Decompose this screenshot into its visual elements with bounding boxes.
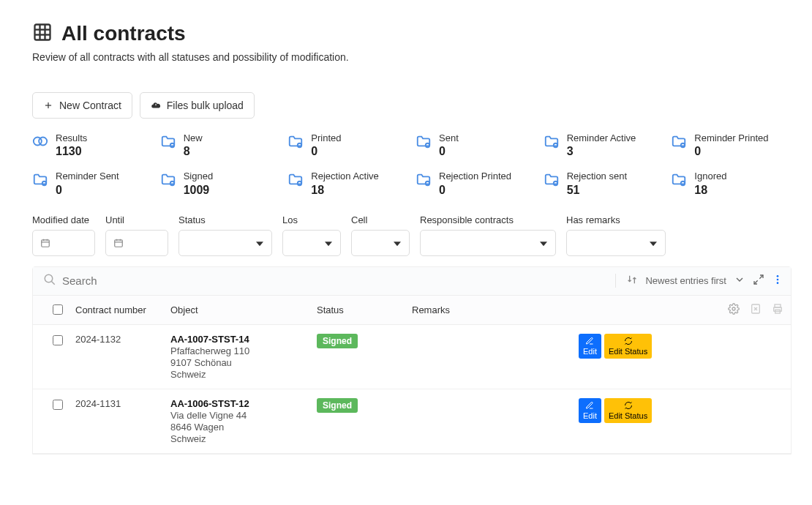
stat-value: 3 [567,145,636,158]
edit-status-label: Edit Status [609,347,647,356]
folder-icon [32,171,48,190]
bulk-upload-button[interactable]: Files bulk upload [140,92,255,119]
svg-rect-24 [115,240,123,247]
folder-icon [160,171,176,190]
search-icon [40,273,62,289]
until-input[interactable] [105,230,168,256]
stat-value: 0 [694,145,768,158]
responsible-select[interactable] [420,230,556,256]
svg-point-32 [777,275,779,277]
filter-los-label: Los [282,214,341,225]
stat-label: Reminder Active [567,133,636,143]
edit-button[interactable]: Edit [579,398,601,423]
edit-button[interactable]: Edit [579,334,601,359]
status-badge: Signed [317,398,358,413]
filter-modified-date-label: Modified date [32,214,95,225]
gear-icon[interactable] [728,303,740,317]
object-name: AA-1007-STST-14 [170,334,317,345]
column-object: Object [170,304,317,315]
svg-point-33 [777,279,779,281]
stat-value: 18 [694,184,726,197]
contract-number: 2024-1131 [75,398,170,444]
edit-status-button[interactable]: Edit Status [604,398,652,423]
stat-item[interactable]: Rejection Printed0 [416,171,536,196]
filter-status-label: Status [178,214,272,225]
folder-icon [416,133,432,152]
stat-item[interactable]: Rejection Active18 [287,171,408,196]
stat-item[interactable]: Reminder Active3 [544,133,664,158]
status-select[interactable] [178,230,272,256]
stat-value: 8 [184,145,203,158]
stat-value: 1130 [56,145,87,158]
stat-label: New [184,133,203,143]
stat-item[interactable]: Rejection sent51 [544,171,664,196]
expand-icon[interactable] [753,274,764,288]
remarks-cell [412,398,579,444]
svg-point-34 [777,282,779,284]
object-zip-city: 8646 Wagen [170,422,317,433]
object-name: AA-1006-STST-12 [170,398,317,409]
edit-status-label: Edit Status [609,411,647,420]
stat-value: 18 [311,184,379,197]
object-address: Via delle Vigne 44 [170,410,317,421]
stat-label: Signed [184,171,213,182]
filter-until-label: Until [105,214,168,225]
svg-line-29 [51,281,55,285]
los-select[interactable] [282,230,341,256]
column-remarks: Remarks [412,304,703,315]
cell-select[interactable] [351,230,410,256]
stat-label: Rejection Printed [439,171,511,182]
stat-item[interactable]: Results1130 [32,133,153,158]
row-checkbox[interactable] [53,400,63,410]
edit-label: Edit [583,347,597,356]
folder-icon [287,171,304,190]
print-icon[interactable] [772,303,783,317]
export-icon[interactable] [750,303,762,317]
table-row: 2024-1132AA-1007-STST-14Pfaffacherweg 11… [33,325,791,389]
filter-cell-label: Cell [351,214,410,225]
has-remarks-select[interactable] [566,230,666,256]
page-title: All contracts [61,22,186,45]
modified-date-input[interactable] [32,230,95,256]
sort-label[interactable]: Newest entries first [645,275,726,286]
stat-item[interactable]: Sent0 [416,133,536,158]
stat-label: Results [56,133,87,143]
sort-icon[interactable] [626,274,638,288]
table-row: 2024-1131AA-1006-STST-12Via delle Vigne … [33,389,791,454]
folder-icon [544,133,560,152]
new-contract-label: New Contract [59,100,121,111]
column-contract-number: Contract number [75,304,170,315]
folder-icon [671,171,687,190]
svg-line-30 [759,275,763,279]
select-all-checkbox[interactable] [53,304,63,315]
results-icon [32,133,48,152]
object-zip-city: 9107 Schönau [170,357,317,368]
stat-item[interactable]: Reminder Sent0 [32,171,153,196]
stat-item[interactable]: Reminder Printed0 [671,133,792,158]
stat-item[interactable]: Signed1009 [160,171,281,196]
stat-item[interactable]: Ignored18 [671,171,792,196]
svg-point-35 [732,307,735,310]
new-contract-button[interactable]: New Contract [32,92,132,119]
stat-item[interactable]: New8 [160,133,281,158]
page-subtitle: Review of all contracts with all statuse… [32,51,792,63]
more-icon[interactable] [772,274,783,288]
stat-label: Sent [439,133,459,143]
stat-item[interactable]: Printed0 [287,133,408,158]
stat-value: 0 [311,145,341,158]
stat-value: 0 [439,145,459,158]
object-address: Pfaffacherweg 110 [170,345,317,356]
status-badge: Signed [317,334,358,348]
filter-responsible-label: Responsible contracts [420,214,556,225]
svg-point-28 [45,274,53,283]
search-input[interactable] [62,274,615,287]
row-checkbox[interactable] [53,335,63,345]
svg-rect-0 [35,25,50,40]
folder-icon [671,133,687,152]
filter-has-remarks-label: Has remarks [566,214,666,225]
chevron-down-icon[interactable] [734,274,745,288]
spreadsheet-icon [32,22,53,45]
bulk-upload-label: Files bulk upload [167,100,244,111]
edit-status-button[interactable]: Edit Status [604,334,652,359]
stat-value: 51 [567,184,627,197]
